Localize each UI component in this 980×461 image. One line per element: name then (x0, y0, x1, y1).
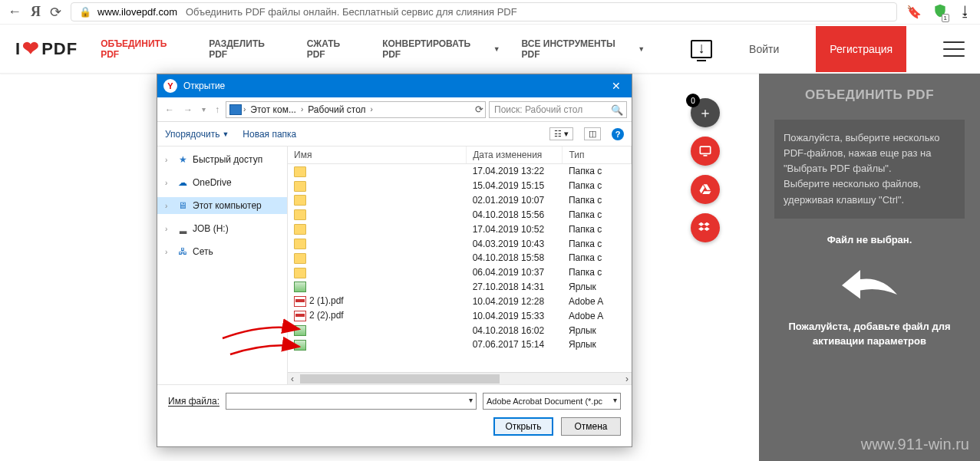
lock-icon: 🔒 (79, 6, 91, 18)
caret-down-icon: ▼ (638, 45, 645, 53)
yandex-logo-icon[interactable]: Я (31, 4, 41, 20)
nav-back-button[interactable]: ← (162, 104, 177, 115)
caret-down-icon: ▼ (493, 45, 500, 53)
nav-compress[interactable]: СЖАТЬ PDF (307, 38, 361, 60)
panel-title: ОБЪЕДИНИТЬ PDF (774, 87, 965, 103)
pdf-icon (294, 311, 306, 321)
svg-rect-1 (704, 155, 708, 156)
browser-right-icons: 🔖 1 ⭳ (906, 3, 972, 21)
refresh-button[interactable]: ⟳ (475, 104, 483, 115)
close-button[interactable]: ✕ (607, 80, 625, 92)
folder-icon (294, 224, 306, 235)
file-row[interactable]: 17.04.2019 10:52Папка с (288, 222, 632, 236)
path-segment-pc[interactable]: Этот ком... (247, 104, 299, 115)
folder-icon (294, 181, 306, 192)
file-row[interactable]: 04.03.2019 10:43Папка с (288, 236, 632, 251)
pc-icon (229, 104, 242, 115)
folder-icon (294, 209, 306, 220)
file-row[interactable]: 04.10.2018 15:56Папка с (288, 207, 632, 222)
nav-convert[interactable]: КОНВЕРТИРОВАТЬ PDF▼ (382, 38, 500, 60)
nav-all[interactable]: ВСЕ ИНСТРУМЕНТЫ PDF▼ (522, 38, 645, 60)
main-nav: ОБЪЕДИНИТЬ PDF РАЗДЕЛИТЬ PDF СЖАТЬ PDF К… (101, 38, 645, 60)
watermark: www.911-win.ru (861, 436, 969, 453)
tree-network[interactable]: ›🖧Сеть (157, 243, 287, 260)
tree-this-pc[interactable]: ›🖥Этот компьютер (157, 197, 287, 214)
preview-pane-button[interactable]: ◫ (584, 127, 601, 140)
tree-quick-access[interactable]: ›★Быстрый доступ (157, 151, 287, 168)
svg-rect-0 (700, 147, 710, 153)
file-row[interactable]: 2 (1).pdf10.04.2019 12:28Adobe A (288, 294, 632, 308)
site-header: I ❤ PDF ОБЪЕДИНИТЬ PDF РАЗДЕЛИТЬ PDF СЖА… (0, 25, 980, 74)
browser-toolbar: ← Я ⟳ 🔒 www.ilovepdf.com Объединить PDF … (0, 0, 980, 25)
panel-help-line2: Выберите несколько файлов, удерживая кла… (784, 176, 955, 207)
col-type[interactable]: Тип (563, 147, 632, 164)
merge-side-panel: ОБЪЕДИНИТЬ PDF Пожалуйста, выберите неск… (759, 74, 980, 461)
col-date[interactable]: Дата изменения (467, 147, 563, 164)
search-icon: 🔍 (611, 104, 623, 116)
filetype-select[interactable]: Adobe Acrobat Document (*.pc (483, 393, 621, 410)
cancel-button[interactable]: Отмена (561, 417, 621, 436)
reload-button[interactable]: ⟳ (50, 4, 61, 21)
view-options-button[interactable]: ☷ ▾ (549, 127, 573, 140)
url-text: www.ilovepdf.com Объединить PDF файлы он… (97, 6, 517, 18)
menu-button[interactable] (943, 41, 965, 57)
adblock-icon[interactable]: 1 (932, 3, 948, 21)
path-bar[interactable]: › Этот ком... › Рабочий стол › ⟳ (226, 101, 486, 118)
dialog-titlebar[interactable]: Y Открытие ✕ (157, 74, 632, 97)
login-button[interactable]: Войти (735, 26, 793, 72)
open-button[interactable]: Открыть (493, 417, 553, 436)
back-arrow-icon (774, 259, 965, 305)
dialog-footer: Имя файла: Adobe Acrobat Document (*.pc … (157, 384, 632, 446)
bookmark-icon[interactable]: 🔖 (906, 5, 922, 19)
dropbox-upload-button[interactable] (691, 213, 720, 242)
folder-icon (294, 166, 306, 177)
shortcut-icon (294, 325, 306, 336)
file-row[interactable]: 04.10.2018 16:02Ярлык (288, 323, 632, 338)
file-row[interactable]: 17.04.2019 13:22Папка с (288, 164, 632, 179)
panel-message: Пожалуйста, добавьте файл для активации … (774, 319, 965, 349)
heart-icon: ❤ (22, 37, 40, 61)
organize-menu[interactable]: Упорядочить ▼ (165, 129, 229, 140)
site-logo[interactable]: I ❤ PDF (15, 37, 78, 61)
file-row[interactable]: 06.04.2019 10:37Папка с (288, 265, 632, 280)
file-row[interactable]: 15.04.2019 15:15Папка с (288, 179, 632, 193)
nav-forward-button[interactable]: → (180, 104, 196, 115)
dialog-title-text: Открытие (183, 81, 225, 91)
nav-merge[interactable]: ОБЪЕДИНИТЬ PDF (101, 38, 187, 60)
device-upload-button[interactable] (691, 137, 720, 166)
tree-onedrive[interactable]: ›☁OneDrive (157, 174, 287, 191)
col-name[interactable]: Имя (288, 147, 467, 164)
folder-icon (294, 239, 306, 249)
path-segment-desktop[interactable]: Рабочий стол (305, 104, 368, 115)
folder-icon (294, 253, 306, 264)
address-bar[interactable]: 🔒 www.ilovepdf.com Объединить PDF файлы … (71, 2, 897, 21)
file-row[interactable]: 04.10.2018 15:58Папка с (288, 251, 632, 265)
help-button[interactable]: ? (612, 128, 624, 140)
register-button[interactable]: Регистрация (816, 26, 906, 72)
new-folder-button[interactable]: Новая папка (243, 129, 296, 140)
desktop-download-icon[interactable]: ⭣ (691, 40, 712, 58)
file-row[interactable]: 2 (2).pdf10.04.2019 15:33Adobe A (288, 308, 632, 323)
logo-text-pdf: PDF (41, 39, 78, 59)
file-open-dialog: Y Открытие ✕ ← → ▾ ↑ › Этот ком... › Раб… (157, 74, 632, 447)
horizontal-scrollbar[interactable]: ‹ › (288, 372, 632, 384)
pdf-icon (294, 296, 306, 307)
file-row[interactable]: 27.10.2018 14:31Ярлык (288, 280, 632, 295)
back-button[interactable]: ← (8, 4, 21, 20)
filename-label: Имя файла: (168, 396, 219, 407)
file-row[interactable]: 02.01.2019 10:07Папка с (288, 193, 632, 208)
yandex-app-icon: Y (163, 79, 177, 93)
nav-up-button[interactable]: ↑ (212, 104, 223, 115)
tree-job-drive[interactable]: ›▂JOB (H:) (157, 220, 287, 237)
shortcut-icon (294, 282, 306, 292)
downloads-icon[interactable]: ⭳ (959, 4, 972, 20)
dialog-nav: ← → ▾ ↑ › Этот ком... › Рабочий стол › ⟳… (157, 97, 632, 122)
add-local-button[interactable]: ＋0 (691, 98, 720, 127)
file-row[interactable]: 07.06.2017 15:14Ярлык (288, 338, 632, 352)
nav-recent-button[interactable]: ▾ (199, 105, 209, 114)
nav-split[interactable]: РАЗДЕЛИТЬ PDF (209, 38, 285, 60)
gdrive-upload-button[interactable] (691, 175, 720, 204)
search-input[interactable]: Поиск: Рабочий стол 🔍 (489, 101, 627, 118)
logo-text-i: I (15, 39, 21, 59)
filename-input[interactable] (226, 393, 477, 410)
